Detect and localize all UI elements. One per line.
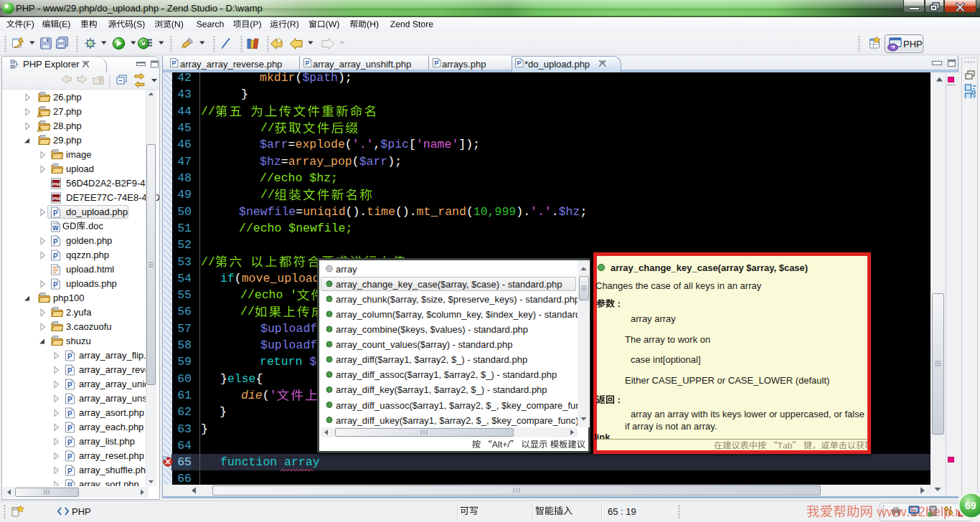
svg-text:P: P <box>53 209 58 217</box>
svg-text:P: P <box>67 453 72 461</box>
svg-text:P: P <box>67 367 72 375</box>
svg-text:P: P <box>67 353 72 361</box>
svg-text:P: P <box>53 281 58 289</box>
svg-text:P: P <box>67 396 72 404</box>
svg-text:P: P <box>67 468 72 475</box>
svg-text:P: P <box>53 238 58 246</box>
svg-text:P: P <box>67 381 72 389</box>
svg-text:P: P <box>67 439 72 447</box>
svg-text:P: P <box>67 482 72 487</box>
svg-text:W: W <box>52 224 59 232</box>
svg-text:P: P <box>67 410 72 418</box>
svg-text:P: P <box>67 424 72 432</box>
svg-text:69: 69 <box>965 500 976 511</box>
svg-text:PNG: PNG <box>52 196 62 201</box>
svg-text:PNG: PNG <box>52 181 62 186</box>
svg-text:P: P <box>53 252 58 260</box>
